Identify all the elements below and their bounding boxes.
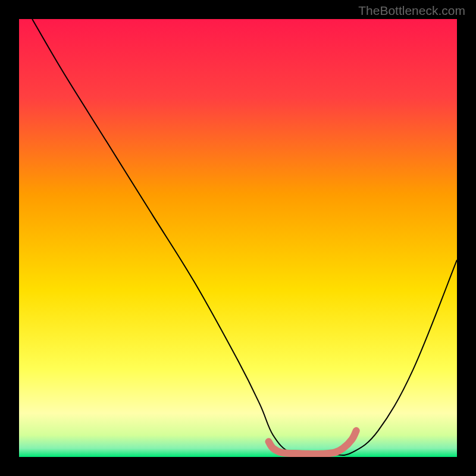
chart-container: TheBottleneck.com [0,0,476,476]
gradient-background [19,19,457,457]
plot-area [19,19,457,457]
chart-svg [19,19,457,457]
watermark-text: TheBottleneck.com [358,4,465,18]
